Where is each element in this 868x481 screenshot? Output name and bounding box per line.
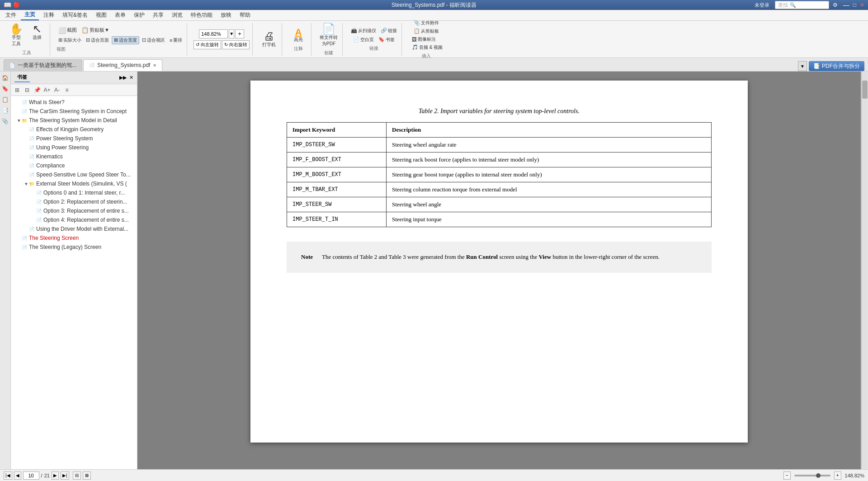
layers-icon[interactable]: 📑	[1, 106, 10, 115]
search-box[interactable]: 查找 🔍	[775, 1, 829, 9]
zoom-slider[interactable]	[794, 475, 830, 476]
menu-share[interactable]: 共享	[149, 10, 167, 20]
sidebar-item-kinematics[interactable]: 📄 Kinematics	[11, 152, 137, 161]
attach-btn[interactable]: 📎 文件附件	[412, 19, 441, 27]
screenshot-btn[interactable]: ⬜ 截图	[57, 26, 79, 34]
menu-view[interactable]: 视图	[92, 10, 110, 20]
scrollbar-thumb[interactable]	[862, 81, 868, 99]
zoom-dropdown-btn[interactable]: ▼	[229, 29, 234, 38]
convert-btn[interactable]: 📄 将文件转 为PDF	[318, 23, 340, 48]
hand-tool-btn[interactable]: ✋ 手型 工具	[6, 23, 26, 48]
menu-browse[interactable]: 浏览	[168, 10, 186, 20]
clipboard-from-btn[interactable]: 📋 从剪贴板	[412, 28, 441, 35]
sidebar-item-option-2[interactable]: 📄 Option 2: Replacement of steerin...	[11, 197, 137, 206]
sidebar-item-option-4[interactable]: 📄 Option 4: Replacement of entire s...	[11, 215, 137, 224]
rotate-right-btn[interactable]: ↻ 向右旋转	[222, 40, 250, 49]
img-annotation-btn[interactable]: 🖼 图像标注	[410, 36, 444, 43]
sidebar-item-option-3[interactable]: 📄 Option 3: Replacement of entire s...	[11, 206, 137, 215]
sidebar-collapse-btn[interactable]: ✕	[129, 75, 133, 81]
fit-page-status-btn[interactable]: ⊟	[73, 471, 81, 480]
menu-help[interactable]: 帮助	[236, 10, 254, 20]
maximize-btn[interactable]: □	[853, 2, 856, 8]
clipboard-btn[interactable]: 📋 剪贴板▼	[80, 26, 111, 34]
sidebar-tab-bookmarks[interactable]: 书签	[14, 73, 30, 82]
nav-icon[interactable]: 🏠	[1, 73, 10, 82]
tab-2[interactable]: 📄 Steering_Systems.pdf ✕	[83, 59, 162, 71]
sidebar-item-carsim-steering[interactable]: 📄 The CarSim Steering System in Concept	[11, 107, 137, 116]
next-page-btn[interactable]: ▶	[52, 471, 59, 480]
sidebar-item-kingpin[interactable]: 📄 Effects of Kingpin Geometry	[11, 125, 137, 134]
toolbar: ✋ 手型 工具 ↖ 选择 工具 ⬜ 截图 📋 剪贴板▼ ⊞	[0, 21, 868, 58]
highlight-btn[interactable]: A 高亮	[288, 27, 308, 44]
audio-video-btn[interactable]: 🎵 音频 & 视频	[410, 44, 444, 51]
fit-width-btn[interactable]: ⊠ 适合宽度	[112, 36, 139, 44]
sidebar-item-compliance[interactable]: 📄 Compliance	[11, 161, 137, 170]
menu-present[interactable]: 放映	[217, 10, 235, 20]
toggle-external[interactable]: ▼	[24, 181, 29, 186]
link-btn[interactable]: 🔗 链接	[379, 27, 399, 34]
actual-size-btn[interactable]: ⊞ 实际大小	[57, 36, 83, 44]
text-larger-btn[interactable]: A+	[42, 86, 52, 95]
text-smaller-btn[interactable]: A-	[52, 86, 61, 95]
zoom-in-status-btn[interactable]: +	[834, 471, 841, 480]
minimize-btn[interactable]: —	[843, 1, 849, 9]
sidebar-item-power-steering[interactable]: 📄 Power Steering System	[11, 134, 137, 143]
sidebar-item-speed-sensitive[interactable]: 📄 Speed-Sensitive Low Speed Steer To...	[11, 170, 137, 179]
pdf-merge-btn[interactable]: 📑 PDF合并与拆分	[809, 61, 864, 71]
close-btn[interactable]: ✕	[860, 2, 864, 8]
menu-protect[interactable]: 保护	[130, 10, 148, 20]
toggle-expanded[interactable]: ▼	[16, 118, 22, 123]
last-page-btn[interactable]: ▶|	[61, 471, 69, 480]
zoom-out-status-btn[interactable]: −	[783, 471, 791, 480]
bookmark-btn[interactable]: 🔖 书签	[377, 36, 396, 43]
tab-2-close[interactable]: ✕	[153, 63, 156, 68]
sidebar-expand-btn[interactable]: ▶▶	[119, 75, 127, 81]
sidebar-item-steering-model-detail[interactable]: ▼ 📁 The Steering System Model in Detail	[11, 116, 137, 125]
pdf-viewer-area[interactable]: Table 2. Import variables for steering s…	[137, 71, 861, 469]
current-page-input[interactable]	[23, 471, 39, 480]
sidebar-item-external-steer[interactable]: ▼ 📁 External Steer Models (Simulink, VS …	[11, 179, 137, 188]
blank-page-btn[interactable]: 📄 空白页	[351, 36, 376, 43]
settings-icon[interactable]: ⚙	[833, 2, 838, 8]
sidebar-item-what-is-steer[interactable]: 📄 What is Steer?	[11, 98, 137, 107]
menu-home[interactable]: 主页	[21, 10, 39, 20]
zoom-display: 148.82%	[845, 473, 864, 478]
clipboard-from-label: 从剪贴板	[421, 28, 439, 34]
attach-panel-icon[interactable]: 📎	[1, 117, 10, 126]
pages-icon[interactable]: 📋	[1, 95, 10, 104]
menu-file[interactable]: 文件	[2, 10, 20, 20]
fit-width-status-btn[interactable]: ⊠	[83, 471, 91, 480]
sidebar-item-using-power-steering[interactable]: 📄 Using Power Steering	[11, 143, 137, 152]
zoom-input[interactable]	[199, 29, 228, 38]
options-btn[interactable]: ≡	[62, 86, 71, 95]
folder-icon: 📁	[22, 118, 27, 123]
fit-page-icon: ⊟	[86, 37, 90, 43]
reorder-btn[interactable]: ≡ 重排	[168, 36, 184, 44]
menu-fill-sign[interactable]: 填写&签名	[59, 10, 91, 20]
sidebar-item-steering-screen[interactable]: 📄 The Steering Screen	[11, 233, 137, 243]
window-controls-min[interactable]: 🔴	[13, 2, 20, 8]
fit-area-btn[interactable]: ⊡ 适合视区	[140, 36, 167, 44]
zoom-slider-thumb[interactable]	[816, 473, 821, 478]
tab-1[interactable]: 📄 一类基于轨迹预测的驾...	[4, 59, 82, 71]
first-page-btn[interactable]: |◀	[4, 471, 12, 480]
sidebar-item-options-0-1[interactable]: 📄 Options 0 and 1: Internal steer, r...	[11, 188, 137, 197]
prev-page-btn[interactable]: ◀	[14, 471, 21, 480]
expand-all-btn[interactable]: ⊞	[13, 86, 22, 95]
add-bookmark-btn[interactable]: 📌	[33, 86, 42, 95]
fit-page-btn[interactable]: ⊟ 适合页面	[84, 36, 111, 44]
sidebar-item-steering-legacy[interactable]: 📄 The Steering (Legacy) Screen	[11, 243, 137, 252]
rotate-left-btn[interactable]: ↺ 向左旋转	[193, 40, 221, 49]
bookmark-panel-icon[interactable]: 🔖	[1, 84, 10, 93]
menu-form[interactable]: 表单	[111, 10, 129, 20]
options-0-1-label: Options 0 and 1: Internal steer, r...	[43, 190, 125, 196]
scan-btn[interactable]: 📠 从扫描仪	[349, 27, 378, 34]
collapse-all-btn[interactable]: ⊟	[23, 86, 32, 95]
tab-dropdown-btn[interactable]: ▼	[798, 61, 807, 71]
select-tool-btn[interactable]: ↖ 选择	[27, 23, 47, 48]
sidebar-item-using-driver-model[interactable]: 📄 Using the Driver Model with External..…	[11, 224, 137, 233]
zoom-in-btn[interactable]: +	[235, 29, 244, 38]
menu-comment[interactable]: 注释	[40, 10, 58, 20]
print-btn[interactable]: 🖨 打字机	[259, 30, 279, 49]
menu-special[interactable]: 特色功能	[187, 10, 216, 20]
